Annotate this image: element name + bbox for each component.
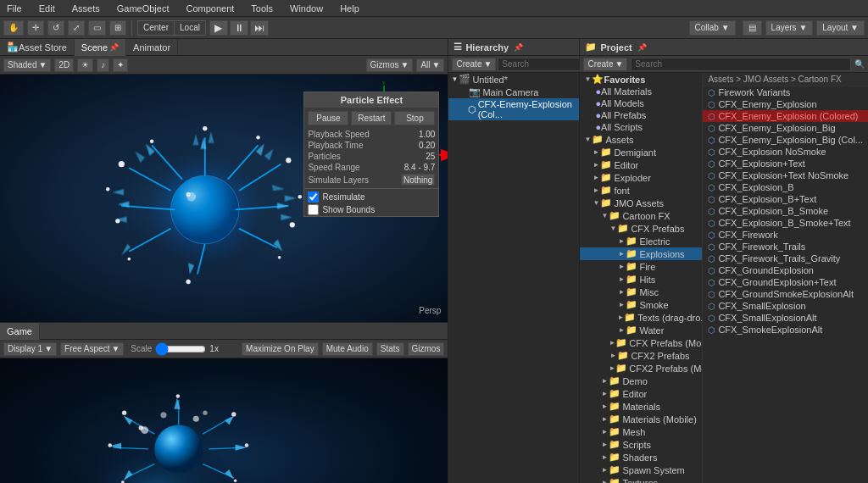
restart-button[interactable]: Restart <box>351 111 392 125</box>
pt-item-explosions[interactable]: ►📁Explosions <box>580 247 702 260</box>
stop-button[interactable]: Stop <box>394 111 435 125</box>
favorites-prefabs[interactable]: ● All Prefabs <box>580 109 702 121</box>
stats-btn[interactable]: Stats <box>376 342 404 356</box>
pt-item-cfx2-prefabs-(mob...[interactable]: ►📁CFX2 Prefabs (Mob... <box>580 362 702 375</box>
step-button[interactable]: ⏭ <box>250 20 269 36</box>
shading-dropdown[interactable]: Shaded ▼ <box>3 58 51 72</box>
project-search[interactable] <box>631 58 851 71</box>
layout-button[interactable]: Layout ▼ <box>816 20 865 36</box>
pt-item-misc[interactable]: ►📁Misc <box>580 286 702 298</box>
resimulate-checkbox[interactable] <box>308 192 319 203</box>
file-item-cfx_explosion_b_smoke+text[interactable]: ⬡CFX_Explosion_B_Smoke+Text <box>703 217 868 229</box>
mute-audio-btn[interactable]: Mute Audio <box>322 342 373 356</box>
project-files[interactable]: Assets > JMO Assets > Cartoon FX ⬡Firewo… <box>703 73 868 483</box>
pt-item-fire[interactable]: ►📁Fire <box>580 260 702 273</box>
pt-item-cfx2-prefabs[interactable]: ►📁CFX2 Prefabs <box>580 349 702 362</box>
pt-item-water[interactable]: ►📁Water <box>580 324 702 336</box>
file-item-cfx_explosion_b[interactable]: ⬡CFX_Explosion_B <box>703 181 868 193</box>
effects-btn[interactable]: ✦ <box>113 58 128 72</box>
file-item-cfx_enemy_explosion-(colored)[interactable]: ⬡CFX_Enemy_Explosion (Colored) <box>703 110 868 122</box>
hierarchy-create-btn[interactable]: Create ▼ <box>452 58 496 71</box>
account-button[interactable]: ▤ <box>743 20 762 36</box>
pt-item-jmo-assets[interactable]: ▼📁JMO Assets <box>580 197 702 209</box>
maximize-on-play-btn[interactable]: Maximize On Play <box>242 342 319 356</box>
pt-item-exploder[interactable]: ►📁Exploder <box>580 171 702 184</box>
menu-window[interactable]: Window <box>287 3 326 14</box>
pivot-mode-toggle[interactable]: Center Local <box>137 20 206 36</box>
asset-store-tab[interactable]: 🏪 Asset Store <box>0 39 75 56</box>
project-create-btn[interactable]: Create ▼ <box>583 58 627 71</box>
game-gizmos-btn[interactable]: Gizmos <box>408 342 445 356</box>
pt-item-textures[interactable]: ►📁Textures <box>580 476 702 483</box>
favorites-scripts[interactable]: ● All Scripts <box>580 121 702 133</box>
center-btn[interactable]: Center <box>138 21 175 35</box>
file-item-cfx_firework_trails_gravity[interactable]: ⬡CFX_Firework_Trails_Gravity <box>703 253 868 264</box>
file-item-cfx_firework_trails[interactable]: ⬡CFX_Firework_Trails <box>703 241 868 253</box>
pt-item-cartoon-fx[interactable]: ▼📁Cartoon FX <box>580 209 702 222</box>
aspect-dropdown[interactable]: Free Aspect ▼ <box>60 342 124 356</box>
file-item-cfx_explosion+text[interactable]: ⬡CFX_Explosion+Text <box>703 158 868 169</box>
pt-item-font[interactable]: ►📁font <box>580 184 702 197</box>
scene-tab[interactable]: Scene 📌 <box>75 39 126 56</box>
move-tool-btn[interactable]: ✛ <box>27 20 44 36</box>
file-item-cfx_enemy_explosion[interactable]: ⬡CFX_Enemy_Explosion <box>703 98 868 110</box>
file-item-cfx_explosion+text-nosmoke[interactable]: ⬡CFX_Explosion+Text NoSmoke <box>703 169 868 181</box>
favorites-section[interactable]: ▼ ⭐ Favorites <box>580 73 702 86</box>
transform-tool-btn[interactable]: ⊞ <box>109 20 126 36</box>
menu-help[interactable]: Help <box>337 3 363 14</box>
hierarchy-item-untitled[interactable]: ▼ 🎬 Untitled* <box>448 73 579 86</box>
pt-item-scripts[interactable]: ►📁Scripts <box>580 438 702 451</box>
show-bounds-checkbox[interactable] <box>308 204 319 215</box>
pt-item-editor[interactable]: ►📁Editor <box>580 158 702 171</box>
local-btn[interactable]: Local <box>175 21 205 35</box>
hierarchy-item-main-camera[interactable]: 📷 Main Camera <box>448 86 579 98</box>
file-item-cfx_groundexplosion+text[interactable]: ⬡CFX_GroundExplosion+Text <box>703 276 868 288</box>
file-item-cfx_explosion_b_smoke[interactable]: ⬡CFX_Explosion_B_Smoke <box>703 205 868 217</box>
file-item-cfx_explosion_b+text[interactable]: ⬡CFX_Explosion_B+Text <box>703 193 868 205</box>
menu-tools[interactable]: Tools <box>248 3 276 14</box>
display-dropdown[interactable]: Display 1 ▼ <box>3 342 57 356</box>
pt-item-smoke[interactable]: ►📁Smoke <box>580 298 702 311</box>
hierarchy-content[interactable]: ▼ 🎬 Untitled* 📷 Main Camera ⬡ CFX-Enemy-… <box>448 73 579 483</box>
file-item-cfx_groundexplosion[interactable]: ⬡CFX_GroundExplosion <box>703 264 868 276</box>
pt-item-materials[interactable]: ►📁Materials <box>580 400 702 413</box>
file-item-cfx_firework[interactable]: ⬡CFX_Firework <box>703 229 868 241</box>
pt-item-shaders[interactable]: ►📁Shaders <box>580 451 702 464</box>
layers-button[interactable]: Layers ▼ <box>765 20 814 36</box>
project-tree[interactable]: ▼ ⭐ Favorites ● All Materials ● All Mode… <box>580 73 703 483</box>
pt-item-materials-(mobile)[interactable]: ►📁Materials (Mobile) <box>580 413 702 425</box>
scale-tool-btn[interactable]: ⤢ <box>68 20 85 36</box>
pt-item-spawn-system[interactable]: ►📁Spawn System <box>580 464 702 476</box>
file-item-cfx_smokeexplosionalt[interactable]: ⬡CFX_SmokeExplosionAlt <box>703 324 868 336</box>
menu-file[interactable]: File <box>3 3 25 14</box>
rotate-tool-btn[interactable]: ↺ <box>47 20 64 36</box>
pt-item-cfx-prefabs[interactable]: ▼📁CFX Prefabs <box>580 222 702 235</box>
pt-item-mesh[interactable]: ►📁Mesh <box>580 425 702 438</box>
scene-viewport[interactable]: X Y Z Persp Particle Effect Pause Restar… <box>0 75 448 322</box>
favorites-materials[interactable]: ● All Materials <box>580 86 702 97</box>
pt-item-cfx-prefabs-(mobi...[interactable]: ►📁CFX Prefabs (Mobi... <box>580 336 702 349</box>
2d-toggle[interactable]: 2D <box>54 58 74 72</box>
pt-item-editor[interactable]: ►📁Editor <box>580 387 702 400</box>
file-item-cfx_explosion-nosmoke[interactable]: ⬡CFX_Explosion NoSmoke <box>703 146 868 158</box>
hierarchy-item-cfx-explosion[interactable]: ⬡ CFX-Enemy-Explosion (Col... <box>448 98 579 120</box>
scale-slider[interactable] <box>155 344 206 354</box>
audio-btn[interactable]: ♪ <box>97 58 109 72</box>
menu-gameobject[interactable]: GameObject <box>114 3 173 14</box>
lighting-btn[interactable]: ☀ <box>77 58 93 72</box>
game-tab[interactable]: Game <box>0 323 40 340</box>
pause-button[interactable]: ⏸ <box>230 20 248 36</box>
all-dropdown[interactable]: All ▼ <box>416 58 444 72</box>
pt-item-demigiant[interactable]: ►📁Demigiant <box>580 146 702 158</box>
file-item-firework-variants[interactable]: ⬡Firework Variants <box>703 86 868 98</box>
pause-button[interactable]: Pause <box>308 111 348 125</box>
file-item-cfx_enemy_explosion_big-(col...[interactable]: ⬡CFX_Enemy_Explosion_Big (Col... <box>703 134 868 146</box>
favorites-models[interactable]: ● All Models <box>580 97 702 109</box>
file-item-cfx_groundsmokeexplosionalt[interactable]: ⬡CFX_GroundSmokeExplosionAlt <box>703 288 868 300</box>
simulate-layers-dropdown[interactable]: Nothing <box>401 174 435 186</box>
file-item-cfx_smallexplosionalt[interactable]: ⬡CFX_SmallExplosionAlt <box>703 312 868 324</box>
pt-item-hits[interactable]: ►📁Hits <box>580 273 702 286</box>
hand-tool-btn[interactable]: ✋ <box>3 20 24 36</box>
menu-component[interactable]: Component <box>182 3 237 14</box>
gizmos-dropdown[interactable]: Gizmos ▼ <box>366 58 414 72</box>
